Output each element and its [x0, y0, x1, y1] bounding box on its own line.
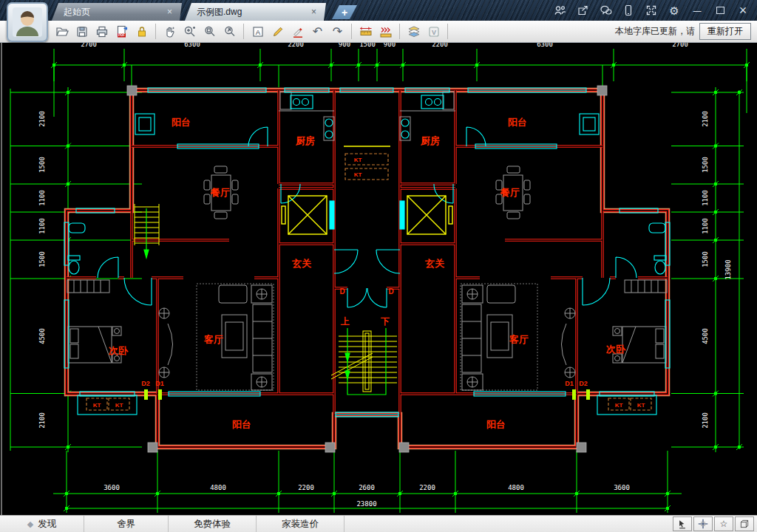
contacts-icon[interactable]	[553, 4, 566, 17]
svg-text:4800: 4800	[210, 484, 226, 491]
svg-text:D1: D1	[155, 380, 164, 387]
layers-icon[interactable]	[404, 22, 424, 41]
lock-icon[interactable]	[132, 22, 152, 41]
marker-icon[interactable]	[288, 22, 308, 41]
export-pdf-icon[interactable]: PDF	[112, 22, 132, 41]
svg-text:2700: 2700	[81, 43, 97, 48]
structural-columns	[127, 86, 607, 452]
svg-text:6300: 6300	[184, 43, 200, 48]
svg-text:PDF: PDF	[118, 33, 124, 37]
v-tool-icon[interactable]: V	[424, 22, 444, 41]
avatar[interactable]	[7, 2, 48, 42]
svg-text:2200: 2200	[298, 484, 314, 491]
svg-text:2100: 2100	[702, 111, 709, 127]
svg-text:玄关: 玄关	[291, 258, 312, 269]
fullscreen-icon[interactable]	[645, 4, 658, 17]
close-icon[interactable]: ×	[309, 7, 319, 17]
drawing-canvas[interactable]: 2700630022009001500900220063002700360048…	[0, 43, 757, 515]
undo-icon[interactable]: ↶	[308, 22, 327, 41]
settings-icon[interactable]: ⚙	[668, 4, 681, 17]
svg-text:900: 900	[339, 43, 350, 48]
app-window: 起始页 × 示例图.dwg × +	[0, 0, 757, 532]
redo-icon[interactable]: ↷	[327, 22, 347, 41]
dimension-lines	[10, 49, 750, 513]
diamond-icon: ◆	[27, 519, 33, 529]
svg-text:13900: 13900	[724, 259, 732, 279]
statusbar-item-decoration-cost[interactable]: 家装造价	[257, 516, 344, 532]
minimize-icon[interactable]: ─	[690, 4, 704, 17]
svg-text:V: V	[431, 29, 435, 36]
tab-bar: 起始页 × 示例图.dwg × +	[52, 0, 357, 21]
titlebar: 起始页 × 示例图.dwg × +	[0, 0, 757, 21]
svg-text:1100: 1100	[702, 190, 709, 206]
svg-text:2100: 2100	[702, 412, 709, 429]
tab-start-page-label: 起始页	[64, 6, 165, 18]
zoom-extents-icon[interactable]	[220, 22, 240, 41]
statusbar-item-shejie[interactable]: 舍界	[84, 516, 169, 532]
font-update-notice: 本地字库已更新，请	[615, 25, 695, 38]
svg-text:KT: KT	[637, 402, 645, 409]
pan-icon[interactable]	[160, 22, 180, 41]
svg-text:2100: 2100	[38, 111, 46, 127]
tab-start-page[interactable]: 起始页 ×	[52, 3, 182, 21]
laser-pointer-icon[interactable]	[673, 516, 692, 531]
measure-icon[interactable]	[356, 22, 376, 41]
svg-text:玄关: 玄关	[424, 258, 445, 269]
svg-text:餐厅: 餐厅	[500, 187, 520, 198]
measure-continuous-icon[interactable]	[376, 22, 396, 41]
svg-text:阳台: 阳台	[172, 117, 191, 128]
svg-text:餐厅: 餐厅	[210, 187, 230, 198]
close-icon[interactable]: ×	[165, 7, 174, 17]
statusbar-item-discover[interactable]: ◆ 发现	[0, 516, 84, 532]
new-tab-button[interactable]: +	[332, 5, 357, 19]
statusbar-item-label: 免费体验	[194, 518, 231, 531]
share-icon[interactable]	[576, 4, 589, 17]
svg-text:2200: 2200	[432, 43, 448, 48]
svg-text:1500: 1500	[38, 251, 46, 267]
svg-text:D1: D1	[565, 380, 574, 387]
svg-text:2200: 2200	[288, 43, 304, 48]
svg-text:1100: 1100	[702, 218, 709, 234]
svg-text:阳台: 阳台	[508, 117, 527, 128]
reopen-button[interactable]: 重新打开	[699, 23, 751, 40]
svg-text:3600: 3600	[614, 484, 630, 491]
svg-text:2100: 2100	[38, 412, 46, 429]
maximize-icon[interactable]	[713, 4, 727, 17]
svg-text:23800: 23800	[356, 500, 376, 508]
star-icon[interactable]: ☆	[714, 516, 733, 531]
wechat-icon[interactable]	[599, 4, 612, 17]
svg-text:次卧: 次卧	[108, 345, 129, 356]
close-icon[interactable]: ×	[736, 4, 750, 17]
statusbar-item-free-trial[interactable]: 免费体验	[169, 516, 257, 532]
svg-text:KT: KT	[354, 171, 362, 178]
floor-plan-drawing: 2700630022009001500900220063002700360048…	[0, 43, 757, 515]
text-tool-icon[interactable]: A	[248, 22, 268, 41]
svg-text:1500: 1500	[702, 251, 709, 267]
pencil-icon[interactable]	[268, 22, 288, 41]
walls	[67, 90, 668, 447]
statusbar: ◆ 发现 舍界 免费体验 家装造价 ☆	[0, 515, 757, 532]
svg-text:KT: KT	[115, 402, 123, 409]
open-file-icon[interactable]	[52, 22, 72, 41]
svg-text:上: 上	[340, 316, 350, 327]
crosshair-icon[interactable]	[693, 516, 713, 531]
zoom-icon[interactable]	[180, 22, 200, 41]
svg-text:1500: 1500	[38, 157, 46, 173]
svg-text:厨房: 厨房	[295, 135, 315, 146]
cube-icon[interactable]	[735, 516, 754, 531]
svg-text:1100: 1100	[38, 190, 46, 206]
statusbar-item-label: 家装造价	[282, 518, 319, 531]
svg-text:3600: 3600	[103, 484, 120, 491]
svg-text:D: D	[388, 287, 393, 296]
svg-text:KT: KT	[615, 402, 623, 409]
print-icon[interactable]	[92, 22, 112, 41]
svg-text:KT: KT	[354, 157, 362, 163]
mobile-icon[interactable]	[622, 4, 635, 17]
save-icon[interactable]	[72, 22, 92, 41]
svg-text:2700: 2700	[672, 43, 688, 48]
svg-text:6300: 6300	[537, 43, 553, 48]
zoom-window-icon[interactable]	[200, 22, 220, 41]
tab-drawing-file[interactable]: 示例图.dwg ×	[185, 3, 326, 21]
statusbar-item-label: 发现	[38, 518, 56, 531]
svg-text:900: 900	[384, 43, 396, 48]
